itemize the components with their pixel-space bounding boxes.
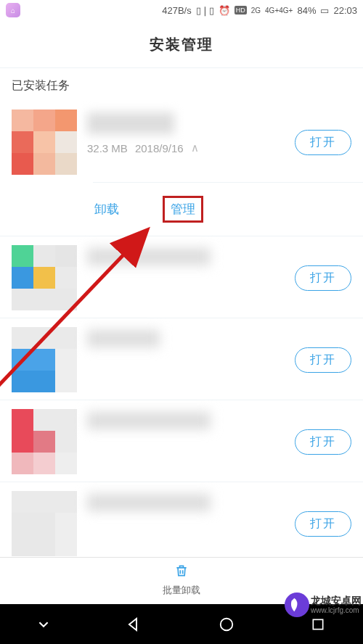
app-row[interactable]: 32.3 MB 2018/9/16 ∧ 打开 (0, 101, 363, 182)
battery-percent: 84% (297, 5, 316, 16)
app-name (87, 494, 211, 511)
app-icon (12, 491, 77, 556)
network-speed: 427B/s (162, 5, 191, 16)
status-bar: ⌂ 427B/s ▯❘▯ ⏰ HD 2G 4G+4G+ 84% ▭ 22:03 (0, 0, 363, 20)
open-button[interactable]: 打开 (295, 265, 351, 291)
app-row[interactable]: 打开 (0, 318, 363, 400)
app-icon (12, 327, 77, 392)
watermark-name: 龙城安卓网 (311, 595, 362, 606)
manage-link[interactable]: 管理 (171, 201, 195, 218)
open-button[interactable]: 打开 (295, 347, 351, 373)
trash-icon (0, 564, 363, 582)
watermark-logo-icon (285, 593, 309, 617)
app-name (87, 412, 211, 429)
nav-back-icon[interactable] (125, 616, 142, 633)
open-button[interactable]: 打开 (295, 429, 351, 455)
gallery-icon: ⌂ (6, 3, 20, 17)
app-icon (12, 409, 77, 474)
app-icon (12, 110, 77, 175)
signal-4g: 4G+4G+ (265, 7, 293, 15)
app-row[interactable]: 打开 (0, 482, 363, 564)
app-name (87, 330, 160, 347)
vibrate-icon: ▯❘▯ (196, 5, 214, 16)
app-name (87, 112, 174, 134)
app-row[interactable]: 打开 (0, 400, 363, 482)
nav-recent-icon[interactable] (311, 617, 325, 632)
watermark: 龙城安卓网 www.lcjrfg.com (285, 593, 362, 617)
expanded-actions: 卸载 管理 (0, 183, 363, 236)
app-date: 2018/9/16 (135, 142, 184, 154)
section-installed-header: 已安装任务 (0, 67, 363, 101)
svg-point-1 (220, 618, 232, 630)
nav-home-icon[interactable] (219, 616, 234, 632)
signal-2g: 2G (251, 7, 261, 15)
watermark-url: www.lcjrfg.com (311, 606, 362, 614)
app-name (87, 248, 211, 265)
page-title: 安装管理 (0, 20, 363, 67)
svg-rect-2 (313, 619, 322, 629)
app-size: 32.3 MB (87, 142, 128, 154)
app-row[interactable]: 打开 (0, 236, 363, 318)
open-button[interactable]: 打开 (295, 511, 351, 537)
open-button[interactable]: 打开 (295, 130, 351, 155)
hd-icon: HD (234, 6, 247, 15)
uninstall-link[interactable]: 卸载 (94, 201, 119, 218)
app-icon (12, 245, 77, 310)
battery-icon: ▭ (320, 5, 329, 16)
chevron-up-icon[interactable]: ∧ (191, 141, 199, 154)
alarm-icon: ⏰ (219, 5, 230, 16)
nav-dropdown-icon[interactable] (38, 619, 49, 629)
clock: 22:03 (333, 5, 357, 16)
